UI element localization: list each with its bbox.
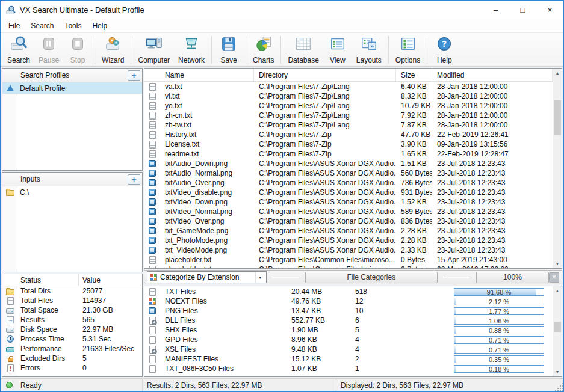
categorize-bar: Categorize By Extension ▼ File Categorie… xyxy=(144,270,562,284)
stop-button[interactable]: Stop xyxy=(63,35,92,65)
table-row[interactable]: txtVideo_disable.png C:\Program Files\AS… xyxy=(144,188,553,197)
help-button[interactable]: ? Help xyxy=(430,35,459,65)
charts-button[interactable]: Charts xyxy=(249,35,278,65)
status-row: Total Dirs 25077 xyxy=(2,286,142,296)
file-list-panel: Name Directory Size Modified va.txt C:\P… xyxy=(144,68,562,269)
close-button[interactable]: × xyxy=(536,1,563,19)
column-header-directory[interactable]: Directory xyxy=(254,69,396,81)
pause-button[interactable]: Pause xyxy=(34,35,63,65)
file-directory: C:\Program Files\ASUS Xonar DGX Audio... xyxy=(254,178,396,188)
category-row[interactable]: SHX Files 1.90 MB 5 0.88 % xyxy=(144,325,553,335)
category-row[interactable]: NOEXT Files 49.76 KB 12 2.12 % xyxy=(144,296,553,306)
scrollbar-thumb[interactable] xyxy=(554,322,561,332)
menu-file[interactable]: File xyxy=(3,19,25,32)
save-button[interactable]: Save xyxy=(214,35,243,65)
status-row-value: 21633 Files/Sec xyxy=(79,345,134,353)
add-input-button[interactable]: + xyxy=(128,174,140,185)
category-row[interactable]: DLL Files 552.77 KB 6 1.06 % xyxy=(144,316,553,325)
table-row[interactable]: readme.txt C:\Program Files\7-Zip 1.65 K… xyxy=(144,149,553,159)
category-row[interactable]: TXT Files 20.44 MB 518 91.68 % xyxy=(144,287,553,296)
menu-tools[interactable]: Tools xyxy=(59,19,87,32)
file-categories-button[interactable]: File Categories xyxy=(305,272,438,283)
table-row[interactable]: History.txt C:\Program Files\7-Zip 47.70… xyxy=(144,130,553,139)
database-button[interactable]: Database xyxy=(284,35,323,65)
menu-help[interactable]: Help xyxy=(87,19,113,32)
network-button[interactable]: Network xyxy=(174,35,209,65)
scroll-up-icon[interactable]: ▲ xyxy=(553,286,562,295)
resize-grip[interactable] xyxy=(554,382,563,391)
scroll-up-icon[interactable]: ▲ xyxy=(553,69,562,78)
ready-status-icon xyxy=(6,382,13,388)
minimize-button[interactable]: – xyxy=(482,1,509,19)
file-list-scrollbar[interactable]: ▲ ▼ xyxy=(553,69,562,268)
input-list-item[interactable]: C:\ xyxy=(2,186,142,198)
table-row[interactable]: txt_PhotoMode.png C:\Program Files\ASUS … xyxy=(144,236,553,245)
network-drive-icon xyxy=(182,35,200,55)
inputs-list: C:\ xyxy=(2,186,142,272)
categorize-dropdown[interactable]: Categorize By Extension ▼ xyxy=(147,271,267,283)
table-row[interactable]: placeholder.txt C:\Program Files\Common … xyxy=(144,265,553,268)
scroll-down-icon[interactable]: ▼ xyxy=(553,259,562,268)
table-row[interactable]: txtAudio_Over.png C:\Program Files\ASUS … xyxy=(144,178,553,188)
close-categories-button[interactable]: × xyxy=(549,272,559,283)
profile-icon xyxy=(7,85,14,91)
table-row[interactable]: txtAudio_Down.png C:\Program Files\ASUS … xyxy=(144,159,553,168)
table-row[interactable]: placeholder.txt C:\Program Files\Common … xyxy=(144,255,553,265)
scrollbar-track[interactable] xyxy=(553,295,562,367)
file-type-icon xyxy=(149,83,156,91)
status-row: Performance 21633 Files/Sec xyxy=(2,344,142,354)
percent-label: 0.18 % xyxy=(454,366,544,372)
table-row[interactable]: va.txt C:\Program Files\7-Zip\Lang 6.40 … xyxy=(144,82,553,91)
pie-chart-icon xyxy=(255,35,273,55)
scrollbar-thumb[interactable] xyxy=(554,100,561,135)
table-row[interactable]: txtVideo_Down.png C:\Program Files\ASUS … xyxy=(144,197,553,207)
table-row[interactable]: zh-tw.txt C:\Program Files\7-Zip\Lang 7.… xyxy=(144,120,553,130)
table-row[interactable]: vi.txt C:\Program Files\7-Zip\Lang 8.32 … xyxy=(144,91,553,101)
layouts-button[interactable]: » Layouts xyxy=(352,35,386,65)
status-row-label: Results xyxy=(18,316,79,324)
table-row[interactable]: zh-cn.txt C:\Program Files\7-Zip\Lang 7.… xyxy=(144,111,553,120)
file-size: 6.40 KB xyxy=(396,82,432,91)
category-row[interactable]: TXT_086F3C50 Files 1.07 KB 1 0.18 % xyxy=(144,364,553,373)
category-row[interactable]: MANIFEST Files 15.12 KB 2 0.35 % xyxy=(144,354,553,364)
column-header-size[interactable]: Size xyxy=(396,69,432,81)
table-row[interactable]: License.txt C:\Program Files\7-Zip 3.90 … xyxy=(144,139,553,149)
table-row[interactable]: txtAudio_Normal.png C:\Program Files\ASU… xyxy=(144,168,553,178)
wizard-button[interactable]: Wizard xyxy=(98,35,128,65)
category-row[interactable]: PNG Files 13.47 KB 10 1.77 % xyxy=(144,306,553,316)
percent-bar: 0.88 % xyxy=(454,326,544,334)
scrollbar-track[interactable] xyxy=(553,78,562,259)
search-button[interactable]: Search xyxy=(3,35,34,65)
category-count: 4 xyxy=(350,345,454,354)
menu-search[interactable]: Search xyxy=(25,19,59,32)
zoom-level-button[interactable]: 100% xyxy=(476,272,549,283)
file-modified: 23-Jul-2018 12:23:43 xyxy=(432,178,553,188)
profile-label: Default Profile xyxy=(18,84,65,93)
view-button[interactable]: View xyxy=(323,35,352,65)
category-row[interactable]: XSL Files 9.48 KB 4 0.71 % xyxy=(144,345,553,354)
search-profiles-header: Search Profiles + xyxy=(2,69,142,82)
category-list-scrollbar[interactable]: ▲ ▼ xyxy=(553,286,562,376)
file-type-icon xyxy=(149,141,156,149)
computer-button[interactable]: Computer xyxy=(134,35,174,65)
table-row[interactable]: txtVideo_Normal.png C:\Program Files\ASU… xyxy=(144,207,553,216)
results-segment: Results: 2 Dirs, 563 Files, 22.97 MB xyxy=(143,379,336,391)
scroll-down-icon[interactable]: ▼ xyxy=(553,367,562,376)
left-sidebar: Search Profiles + Default Profile Inputs xyxy=(2,68,143,377)
category-row[interactable]: GPD Files 8.96 KB 4 0.71 % xyxy=(144,335,553,345)
column-header-value[interactable]: Value xyxy=(79,276,101,284)
column-header-name[interactable]: Name xyxy=(160,69,254,81)
add-profile-button[interactable]: + xyxy=(128,70,140,81)
file-modified: 23-Jul-2018 12:23:43 xyxy=(432,168,553,178)
profile-list-item[interactable]: Default Profile xyxy=(2,82,142,94)
table-row[interactable]: txt_GameMode.png C:\Program Files\ASUS X… xyxy=(144,226,553,236)
wizard-gears-icon xyxy=(104,35,122,55)
column-header-status[interactable]: Status xyxy=(2,274,79,286)
chevron-down-icon[interactable]: ▼ xyxy=(255,272,265,283)
options-button[interactable]: Options xyxy=(391,35,424,65)
table-row[interactable]: yo.txt C:\Program Files\7-Zip\Lang 10.79… xyxy=(144,101,553,111)
maximize-button[interactable]: □ xyxy=(509,1,536,19)
table-row[interactable]: txt_VideoMode.png C:\Program Files\ASUS … xyxy=(144,245,553,255)
column-header-modified[interactable]: Modified xyxy=(432,69,553,81)
table-row[interactable]: txtVideo_Over.png C:\Program Files\ASUS … xyxy=(144,216,553,226)
